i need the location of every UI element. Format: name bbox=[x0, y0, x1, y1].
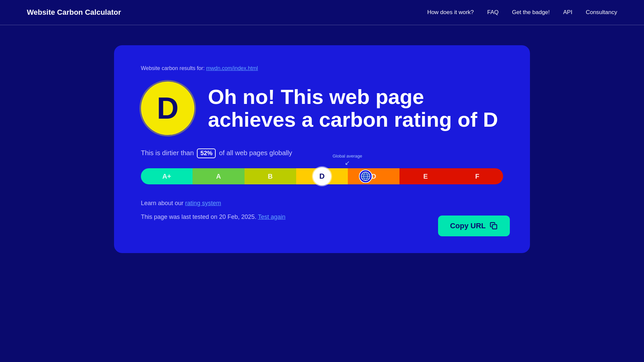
rating-bar-wrapper: A+ A B C D E F D bbox=[141, 166, 503, 186]
bar-seg-d: D bbox=[348, 168, 399, 184]
result-top: D Oh no! This web page achieves a carbon… bbox=[141, 81, 503, 135]
bar-seg-a: A bbox=[193, 168, 244, 184]
bar-seg-f: F bbox=[451, 168, 503, 184]
bar-seg-e: E bbox=[399, 168, 451, 184]
rating-bar-container: Global average ↙ A+ A B C D E F D bbox=[141, 166, 503, 186]
percentage-badge: 52% bbox=[197, 148, 216, 158]
learn-text: Learn about our rating system bbox=[141, 200, 503, 207]
header: Website Carbon Calculator How does it wo… bbox=[0, 0, 644, 25]
globe-icon bbox=[361, 172, 370, 181]
global-average-label: Global average bbox=[333, 154, 362, 159]
result-url-link[interactable]: mwdn.com/index.html bbox=[206, 65, 258, 71]
nav-consultancy[interactable]: Consultancy bbox=[586, 9, 617, 16]
grade-circle: D bbox=[141, 81, 195, 135]
main-nav: How does it work? FAQ Get the badge! API… bbox=[427, 9, 617, 16]
bar-seg-aplus: A+ bbox=[141, 168, 193, 184]
global-average-annotation: Global average ↙ bbox=[333, 154, 362, 167]
result-url: Website carbon results for: mwdn.com/ind… bbox=[141, 65, 503, 71]
dirty-text: This is dirtier than 52% of all web page… bbox=[141, 148, 503, 158]
bar-seg-b: B bbox=[245, 168, 296, 184]
nav-badge[interactable]: Get the badge! bbox=[512, 9, 550, 16]
copy-url-label: Copy URL bbox=[450, 222, 486, 230]
site-title: Website Carbon Calculator bbox=[27, 8, 121, 17]
result-heading: Oh no! This web page achieves a carbon r… bbox=[208, 85, 503, 131]
result-card: Website carbon results for: mwdn.com/ind… bbox=[114, 45, 530, 253]
copy-icon bbox=[490, 222, 498, 230]
nav-how-it-works[interactable]: How does it work? bbox=[427, 9, 474, 16]
main-content: Website carbon results for: mwdn.com/ind… bbox=[0, 25, 644, 273]
global-average-marker bbox=[359, 170, 372, 183]
svg-rect-5 bbox=[492, 225, 497, 229]
global-average-arrow: ↙ bbox=[345, 159, 350, 167]
nav-api[interactable]: API bbox=[563, 9, 572, 16]
grade-letter: D bbox=[157, 93, 179, 123]
copy-url-button[interactable]: Copy URL bbox=[438, 216, 510, 236]
nav-faq[interactable]: FAQ bbox=[487, 9, 499, 16]
d-rating-marker: D bbox=[313, 167, 331, 185]
rating-system-link[interactable]: rating system bbox=[185, 200, 221, 206]
test-again-link[interactable]: Test again bbox=[258, 214, 285, 220]
